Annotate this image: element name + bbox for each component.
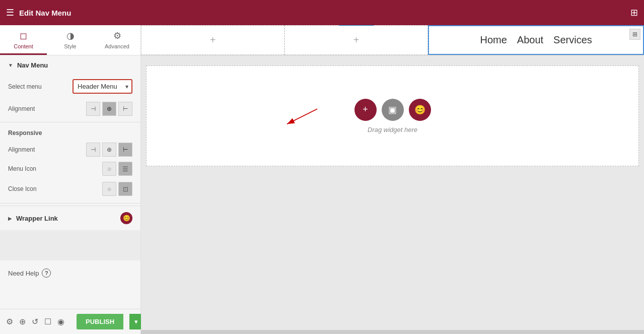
align-center-btn[interactable]: ⊕: [102, 102, 116, 116]
resp-align-left-btn[interactable]: ⊣: [86, 143, 100, 157]
col-close-btn[interactable]: ✕: [363, 25, 375, 26]
wrapper-link-label: Wrapper Link: [16, 215, 120, 222]
content-tab-icon: ◻: [20, 30, 27, 41]
history-icon[interactable]: ↺: [32, 317, 38, 326]
sidebar-tabs: ◻ Content ◑ Style ⚙ Advanced: [0, 25, 140, 55]
add-widget-btn[interactable]: +: [354, 99, 377, 121]
canvas-col-1[interactable]: +: [141, 25, 284, 55]
nav-menu-section-label: Nav Menu: [17, 61, 48, 69]
select-menu-row: Select menu Header Menu Footer Menu Main…: [0, 75, 140, 98]
responsive-label: Responsive: [8, 129, 132, 137]
align-right-btn[interactable]: ⊢: [118, 102, 132, 116]
canvas-col-2[interactable]: + ⠿ ✕ +: [284, 25, 428, 55]
col-move-btn[interactable]: ⠿: [350, 25, 363, 26]
wrapper-link-icon: 😊: [120, 212, 132, 224]
menu-icon-off-btn[interactable]: ⊘: [102, 162, 116, 176]
responsive-alignment-controls: ⊣ ⊕ ⊢: [86, 143, 132, 157]
col-gear-icon[interactable]: ⊞: [629, 29, 640, 40]
style-tab-icon: ◑: [66, 30, 75, 41]
responsive-alignment-label: Alignment: [8, 146, 81, 153]
canvas-col-3[interactable]: ⊞ Home About Services: [428, 25, 644, 55]
hamburger-icon[interactable]: ☰: [6, 7, 14, 18]
menu-select-wrapper: Header Menu Footer Menu Main Menu ▾: [73, 79, 132, 94]
tab-advanced[interactable]: ⚙ Advanced: [94, 25, 140, 55]
bottom-bar: ⚙ ⊕ ↺ ☐ ◉ PUBLISH ▾: [0, 309, 140, 334]
top-bar: ☰ Edit Nav Menu ⊞: [0, 0, 644, 25]
tab-style[interactable]: ◑ Style: [47, 25, 94, 55]
drag-widget-text: Drag widget here: [368, 126, 417, 133]
close-icon-label: Close Icon: [8, 185, 97, 192]
alignment-row: Alignment ⊣ ⊕ ⊢: [0, 98, 140, 120]
drop-area[interactable]: + ▣ 😊 Drag widget here: [146, 65, 639, 166]
resp-align-center-btn[interactable]: ⊕: [102, 143, 116, 157]
divider-2: [0, 203, 140, 204]
tab-advanced-label: Advanced: [105, 43, 129, 49]
settings-icon[interactable]: ⚙: [6, 317, 13, 326]
wrapper-link-expand-icon: ▶: [8, 216, 12, 221]
resp-align-right-btn[interactable]: ⊢: [118, 143, 132, 157]
alignment-controls: ⊣ ⊕ ⊢: [86, 102, 132, 116]
close-icon-row: Close Icon ⊘ ⊡: [8, 179, 132, 199]
grid-icon[interactable]: ⊞: [630, 7, 638, 18]
responsive-alignment-row: Alignment ⊣ ⊕ ⊢: [8, 141, 132, 159]
need-help-row[interactable]: Need Help ?: [0, 260, 140, 286]
publish-button[interactable]: PUBLISH: [77, 314, 123, 329]
col-add-btn[interactable]: +: [338, 25, 350, 26]
folder-widget-btn[interactable]: ▣: [382, 99, 404, 121]
top-bar-left: ☰ Edit Nav Menu: [6, 7, 71, 18]
tab-content-label: Content: [14, 43, 33, 49]
close-icon-toggle-group: ⊘ ⊡: [102, 182, 132, 196]
canvas-body: + ▣ 😊 Drag widget here: [141, 55, 644, 334]
menu-icon-on-btn[interactable]: ☰: [118, 162, 132, 176]
canvas-nav-bar: + + ⠿ ✕ + ⊞ Home About Services: [141, 25, 644, 55]
top-bar-title: Edit Nav Menu: [19, 9, 71, 17]
nav-menu-items: Home About Services: [470, 34, 602, 46]
eye-icon[interactable]: ◉: [57, 317, 64, 326]
help-icon[interactable]: ?: [42, 269, 51, 278]
advanced-tab-icon: ⚙: [113, 30, 121, 41]
sidebar-lower-spacer: [0, 230, 140, 260]
close-icon-on-btn[interactable]: ⊡: [118, 182, 132, 196]
main-layout: ◻ Content ◑ Style ⚙ Advanced ▼ Nav Menu …: [0, 25, 644, 334]
widget-buttons: + ▣ 😊: [354, 99, 431, 121]
alignment-label: Alignment: [8, 105, 81, 112]
menu-select[interactable]: Header Menu Footer Menu Main Menu: [73, 79, 132, 94]
emoji-widget-btn[interactable]: 😊: [409, 99, 431, 121]
canvas: + + ⠿ ✕ + ⊞ Home About Services: [141, 25, 644, 334]
canvas-scrollbar[interactable]: [141, 330, 644, 334]
col-control-bar: + ⠿ ✕: [338, 25, 375, 26]
layers-icon[interactable]: ⊕: [19, 317, 26, 326]
align-left-btn[interactable]: ⊣: [86, 102, 100, 116]
menu-icon-toggle-group: ⊘ ☰: [102, 162, 132, 176]
wrapper-link-section[interactable]: ▶ Wrapper Link 😊: [0, 206, 140, 230]
menu-icon-label: Menu Icon: [8, 165, 97, 172]
menu-icon-row: Menu Icon ⊘ ☰: [8, 159, 132, 179]
divider-1: [0, 122, 140, 122]
nav-item-about[interactable]: About: [517, 34, 543, 46]
nav-item-services[interactable]: Services: [553, 34, 592, 46]
close-icon-off-btn[interactable]: ⊘: [102, 182, 116, 196]
nav-menu-section-header[interactable]: ▼ Nav Menu: [0, 55, 140, 75]
canvas-col-2-add-icon[interactable]: +: [353, 34, 360, 46]
nav-menu-arrow: ▼: [8, 62, 13, 68]
sidebar: ◻ Content ◑ Style ⚙ Advanced ▼ Nav Menu …: [0, 25, 141, 334]
responsive-section: Responsive Alignment ⊣ ⊕ ⊢ Menu Icon ⊘ ☰: [0, 124, 140, 201]
need-help-label: Need Help: [8, 270, 39, 277]
tab-content[interactable]: ◻ Content: [0, 25, 47, 55]
sidebar-content: ▼ Nav Menu Select menu Header Menu Foote…: [0, 55, 140, 309]
canvas-col-1-add-icon[interactable]: +: [210, 34, 216, 46]
tab-style-label: Style: [64, 43, 76, 49]
select-menu-label: Select menu: [8, 83, 67, 90]
comment-icon[interactable]: ☐: [44, 317, 51, 326]
nav-item-home[interactable]: Home: [480, 34, 507, 46]
